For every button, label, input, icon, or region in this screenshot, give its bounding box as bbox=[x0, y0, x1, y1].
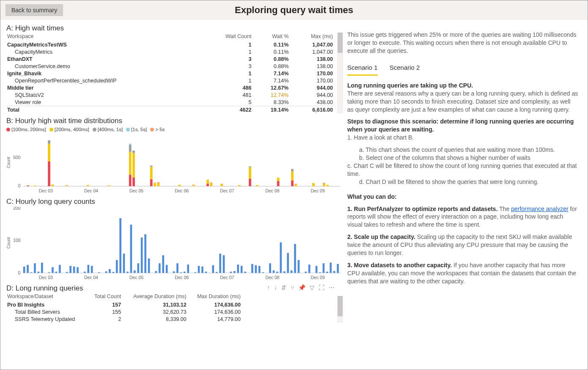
svg-rect-123 bbox=[251, 264, 253, 273]
svg-rect-54 bbox=[294, 184, 297, 184]
svg-rect-96 bbox=[134, 270, 136, 273]
table-d[interactable]: Workspace/DatasetTotal CountAverage Dura… bbox=[6, 293, 243, 323]
panel-d-toolbar: ↑↓⇵⑂📌▽⛶⋯ bbox=[267, 284, 335, 291]
pin-icon[interactable]: 📌 bbox=[298, 284, 305, 291]
step-1a: a. This chart shows the count of queries… bbox=[347, 146, 578, 154]
svg-rect-109 bbox=[187, 265, 189, 273]
svg-text:Dec 03: Dec 03 bbox=[39, 275, 53, 280]
svg-rect-129 bbox=[276, 271, 278, 273]
scenario-tabs: Scenario 1 Scenario 2 bbox=[347, 63, 578, 76]
svg-rect-100 bbox=[148, 258, 150, 273]
more-icon[interactable]: ⋯ bbox=[329, 284, 335, 291]
hierarchy-icon[interactable]: ⑂ bbox=[291, 284, 294, 291]
table-row[interactable]: Pro BI Insights15731,103.12174,636.00 bbox=[6, 301, 243, 308]
svg-rect-78 bbox=[55, 271, 58, 273]
table-row[interactable]: Viewer role58.33%438.00 bbox=[6, 99, 335, 106]
legend-label[interactable]: > 5s bbox=[155, 127, 165, 132]
svg-rect-119 bbox=[234, 271, 236, 273]
legend-label[interactable]: [400ms, 1s] bbox=[98, 127, 123, 132]
chart-c[interactable]: 0100200Dec 03Dec 04Dec 05Dec 06Dec 07Dec… bbox=[6, 207, 343, 281]
svg-rect-88 bbox=[105, 271, 107, 273]
svg-rect-118 bbox=[230, 271, 232, 273]
table-a-col[interactable]: Wait % bbox=[254, 33, 291, 41]
scrollbar[interactable] bbox=[337, 296, 343, 323]
table-row[interactable]: SQLStatsV248112.74%944.00 bbox=[6, 91, 335, 99]
svg-rect-115 bbox=[216, 272, 218, 273]
svg-text:100: 100 bbox=[13, 238, 21, 243]
svg-rect-80 bbox=[66, 272, 68, 273]
table-row[interactable]: CustomerService.demo30.88%138.00 bbox=[6, 63, 335, 70]
down-arrow-icon[interactable]: ↓ bbox=[274, 284, 277, 291]
legend-label[interactable]: [200ms, 400ms] bbox=[55, 127, 89, 132]
performance-analyzer-link[interactable]: performance analyzer bbox=[511, 206, 568, 212]
svg-rect-71 bbox=[27, 265, 29, 273]
legend-label[interactable]: [100ms, 200ms] bbox=[11, 127, 46, 132]
table-d-col[interactable]: Average Duration (ms) bbox=[124, 293, 189, 301]
svg-rect-86 bbox=[91, 266, 93, 273]
svg-rect-133 bbox=[291, 270, 293, 273]
svg-rect-33 bbox=[157, 182, 159, 184]
svg-rect-49 bbox=[277, 178, 280, 181]
step-1d: d. Chart D will be filtered to show the … bbox=[347, 178, 578, 186]
svg-rect-98 bbox=[141, 238, 143, 273]
tab-scenario-2[interactable]: Scenario 2 bbox=[390, 63, 420, 76]
panel-c-hourly-long-query: C: Hourly long query counts Count 010020… bbox=[6, 197, 343, 281]
svg-rect-81 bbox=[69, 266, 71, 273]
up-arrow-icon[interactable]: ↑ bbox=[267, 284, 270, 291]
svg-rect-55 bbox=[312, 183, 315, 186]
svg-rect-138 bbox=[316, 266, 318, 273]
tab-scenario-1[interactable]: Scenario 1 bbox=[347, 63, 378, 76]
svg-text:Dec 05: Dec 05 bbox=[129, 275, 143, 280]
scroll-thumb[interactable] bbox=[338, 33, 343, 53]
svg-rect-94 bbox=[126, 271, 129, 273]
svg-text:Dec 07: Dec 07 bbox=[220, 189, 234, 193]
table-a-col[interactable]: Max (ms) bbox=[291, 33, 335, 41]
svg-rect-24 bbox=[129, 144, 132, 145]
table-d-col[interactable]: Total Count bbox=[89, 293, 124, 301]
chart-b[interactable]: 0500Dec 03Dec 04Dec 05Dec 06Dec 07Dec 08… bbox=[6, 133, 343, 194]
svg-rect-75 bbox=[41, 263, 43, 273]
svg-rect-47 bbox=[256, 185, 258, 186]
table-row[interactable]: SSRS Telemetry Updated28,339.0014,779.00 bbox=[6, 315, 243, 323]
action-1: 1. Run PerfAnalyzer to optimize reports … bbox=[347, 205, 578, 229]
svg-rect-106 bbox=[176, 263, 179, 273]
table-row[interactable]: OpenReportPerfPercentiles_scheduledWIP17… bbox=[6, 77, 335, 84]
svg-rect-56 bbox=[323, 184, 325, 186]
table-row[interactable]: EthanDXT30.88%138.00 bbox=[6, 55, 335, 63]
svg-rect-134 bbox=[294, 244, 296, 273]
svg-text:Dec 06: Dec 06 bbox=[175, 275, 189, 280]
chart-b-legend: [100ms, 200ms][200ms, 400ms][400ms, 1s][… bbox=[6, 127, 343, 132]
svg-rect-144 bbox=[337, 264, 339, 273]
table-a[interactable]: WorkspaceWait CountWait %Max (ms) Capaci… bbox=[6, 33, 335, 113]
step-1: 1. Have a look at chart B. bbox=[347, 134, 414, 141]
table-row[interactable]: CapacityMetrics10.11%1,047.00 bbox=[6, 48, 335, 55]
table-a-col[interactable]: Wait Count bbox=[203, 33, 254, 41]
svg-rect-110 bbox=[194, 272, 196, 273]
table-row[interactable]: Total Billed Servers15532,620.73174,636.… bbox=[6, 308, 243, 315]
sort-icon[interactable]: ⇵ bbox=[281, 284, 286, 291]
table-row[interactable]: CapacityMetricsTestWS10.11%1,047.00 bbox=[6, 41, 335, 48]
svg-rect-137 bbox=[308, 265, 310, 273]
svg-rect-121 bbox=[241, 266, 243, 273]
svg-rect-105 bbox=[173, 271, 175, 273]
scroll-thumb[interactable] bbox=[338, 296, 343, 316]
scrollbar[interactable] bbox=[337, 33, 343, 113]
back-button[interactable]: Back to summary bbox=[5, 4, 63, 16]
table-d-col[interactable]: Workspace/Dataset bbox=[6, 293, 89, 301]
table-a-col[interactable]: Workspace bbox=[6, 33, 203, 41]
table-row[interactable]: Middle tier48612.67%944.00 bbox=[6, 84, 335, 91]
svg-rect-34 bbox=[178, 185, 181, 186]
svg-rect-89 bbox=[109, 269, 111, 273]
table-d-col[interactable]: Max Duration (ms) bbox=[189, 293, 243, 301]
panel-a-title: A: High wait times bbox=[6, 24, 335, 33]
svg-rect-11 bbox=[27, 185, 29, 186]
legend-label[interactable]: [1s, 5s] bbox=[131, 127, 147, 132]
svg-rect-58 bbox=[326, 185, 329, 186]
svg-rect-14 bbox=[48, 144, 50, 162]
svg-rect-91 bbox=[116, 260, 118, 273]
filter-icon[interactable]: ▽ bbox=[310, 284, 314, 291]
svg-rect-15 bbox=[48, 140, 50, 144]
focus-icon[interactable]: ⛶ bbox=[319, 284, 324, 291]
svg-rect-126 bbox=[262, 272, 264, 273]
table-row[interactable]: Ignite_Bhavik17.14%170.00 bbox=[6, 70, 335, 77]
